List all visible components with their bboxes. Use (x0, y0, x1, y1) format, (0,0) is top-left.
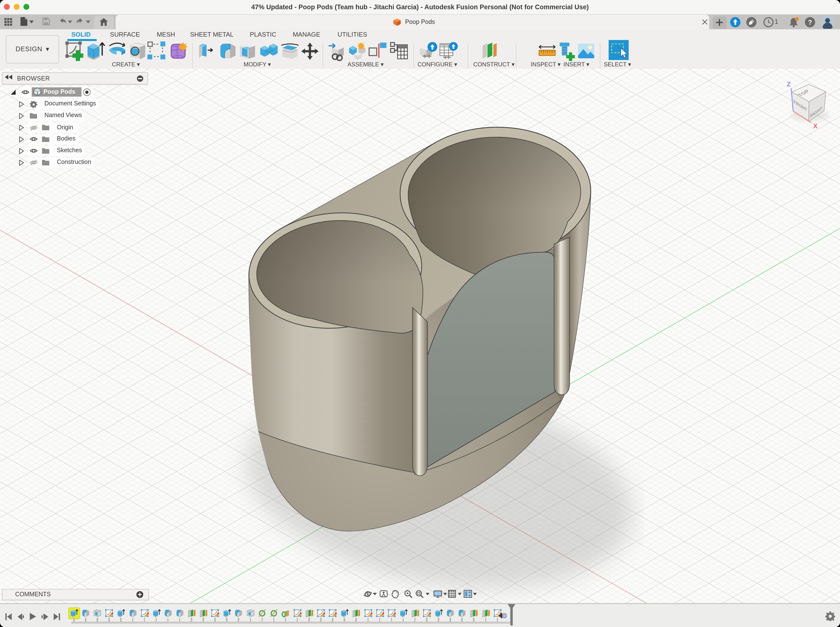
svg-text:?: ? (808, 19, 812, 26)
svg-text:Z: Z (787, 80, 791, 88)
svg-text:X: X (813, 123, 818, 130)
